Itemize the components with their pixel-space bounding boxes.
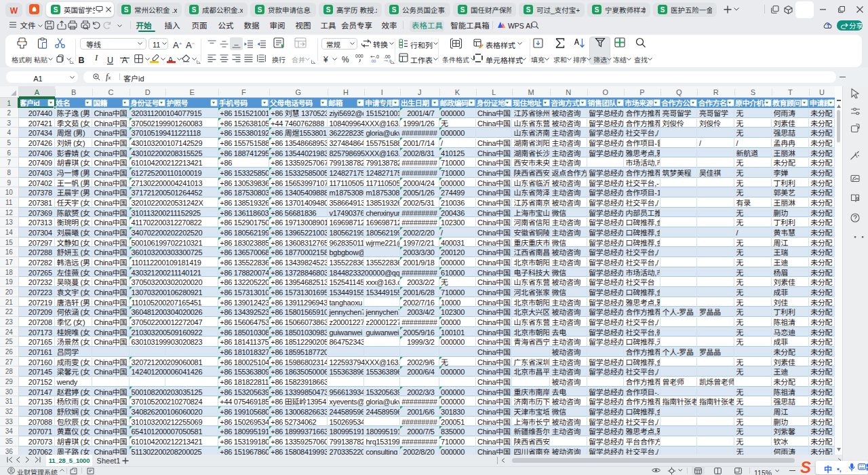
svg-text:.00: .00 bbox=[370, 58, 376, 62]
svg-text:S: S bbox=[800, 459, 811, 475]
svg-text:000: 000 bbox=[355, 54, 363, 59]
